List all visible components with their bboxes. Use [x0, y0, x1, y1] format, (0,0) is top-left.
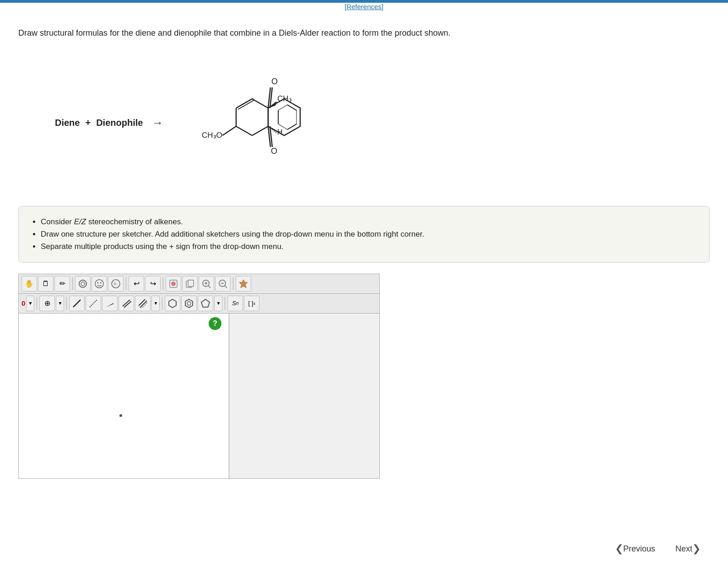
- sketcher-right-canvas[interactable]: [229, 314, 379, 478]
- diene-label: Diene: [55, 118, 80, 128]
- previous-label: Previous: [623, 544, 655, 554]
- svg-marker-52: [169, 299, 176, 308]
- sketcher-wrapper: ✋ 🗒 ✏: [18, 274, 710, 479]
- hexagon-tool[interactable]: [165, 296, 180, 311]
- svg-text:CH₃O: CH₃O: [202, 131, 222, 140]
- svg-marker-14: [268, 102, 276, 108]
- svg-marker-46: [106, 303, 113, 307]
- product-svg: O CH₃ O CH₃O H: [200, 53, 337, 190]
- sketcher-center-dot: [119, 414, 122, 417]
- svg-marker-53: [185, 299, 193, 308]
- toolbar-row2: 0 ▼ ⊕ ▼: [18, 293, 380, 313]
- bond-double-tool[interactable]: [119, 296, 134, 311]
- bond-dropdown[interactable]: ▼: [151, 296, 160, 311]
- instructions-list: Consider E/Z stereochemistry of alkenes.…: [32, 216, 696, 253]
- instructions-box: Consider E/Z stereochemistry of alkenes.…: [18, 206, 710, 263]
- product-structure: O CH₃ O CH₃O H: [200, 53, 337, 192]
- svg-point-27: [95, 280, 103, 288]
- copy-tool[interactable]: [182, 276, 198, 292]
- ring-dropdown[interactable]: ▼: [214, 296, 222, 311]
- chain-tool2[interactable]: ⚛: [108, 276, 124, 292]
- svg-text:O: O: [271, 146, 277, 156]
- pentagon-tool[interactable]: [198, 296, 213, 311]
- bond-dotted-tool[interactable]: [86, 296, 101, 311]
- main-content: Draw structural formulas for the diene a…: [0, 14, 728, 488]
- zoom-in-tool[interactable]: [199, 276, 214, 292]
- next-chevron-icon: ❯: [692, 543, 701, 555]
- bond-triple-tool[interactable]: [135, 296, 151, 311]
- svg-line-5: [252, 99, 268, 108]
- separator-5: [37, 297, 37, 310]
- help-button[interactable]: ?: [209, 317, 221, 330]
- svg-point-28: [97, 282, 99, 283]
- svg-marker-43: [239, 280, 248, 288]
- svg-text:⚛: ⚛: [113, 281, 117, 286]
- navigation-buttons: ❮ Previous Next ❯: [606, 538, 710, 559]
- ring-tool[interactable]: [75, 276, 91, 292]
- svg-line-9: [252, 126, 268, 135]
- svg-text:H: H: [277, 128, 283, 136]
- svg-point-26: [81, 282, 85, 286]
- separator-6: [66, 297, 67, 310]
- hand-tool[interactable]: ✋: [22, 276, 37, 292]
- template-tool[interactable]: [166, 276, 181, 292]
- separator-2: [126, 277, 126, 290]
- reaction-labels: Diene + Dienophile →: [55, 116, 163, 129]
- bond-wedge-tool[interactable]: [102, 296, 118, 311]
- svg-point-54: [187, 302, 191, 305]
- previous-button[interactable]: ❮ Previous: [606, 538, 664, 559]
- sketcher-left-canvas[interactable]: ?: [19, 314, 229, 478]
- separator-7: [162, 297, 162, 310]
- separator-8: [225, 297, 225, 310]
- charge-dropdown[interactable]: ▼: [56, 296, 64, 311]
- instruction-3: Separate multiple products using the + s…: [41, 240, 696, 253]
- separator-1: [72, 277, 73, 290]
- separator-3: [163, 277, 163, 290]
- atom-dropdown[interactable]: ▼: [26, 296, 34, 311]
- sketcher-canvas-area: ?: [18, 313, 380, 479]
- question-text: Draw structural formulas for the diene a…: [18, 27, 567, 39]
- svg-point-29: [100, 282, 102, 283]
- svg-text:O: O: [271, 77, 278, 86]
- svg-line-24: [238, 100, 254, 109]
- svg-line-39: [208, 286, 210, 288]
- references-link[interactable]: [References]: [345, 3, 383, 11]
- hexagon2-tool[interactable]: [181, 296, 197, 311]
- eraser-tool[interactable]: ✏: [54, 276, 70, 292]
- svg-line-8: [236, 126, 252, 135]
- next-label: Next: [675, 544, 692, 554]
- bracket-tool[interactable]: [ ]±: [244, 296, 259, 311]
- charge-plus-tool[interactable]: ⊕: [39, 296, 55, 311]
- svg-text:CH₃: CH₃: [277, 94, 292, 103]
- bond-single-tool[interactable]: [69, 296, 85, 311]
- svg-line-42: [225, 286, 227, 288]
- undo-tool[interactable]: ↩: [129, 276, 144, 292]
- chain-tool[interactable]: [92, 276, 107, 292]
- next-button[interactable]: Next ❯: [666, 538, 710, 559]
- separator-4: [233, 277, 233, 290]
- svg-point-25: [79, 280, 86, 287]
- instruction-1: Consider E/Z stereochemistry of alkenes.: [41, 216, 696, 228]
- svg-marker-55: [201, 299, 210, 307]
- plus-symbol: +: [85, 118, 91, 128]
- svg-line-23: [237, 98, 253, 108]
- prev-chevron-icon: ❮: [615, 543, 623, 555]
- atom-number-display: 0: [22, 299, 25, 307]
- reaction-area: Diene + Dienophile →: [18, 53, 710, 192]
- svg-line-45: [90, 300, 97, 307]
- svg-point-33: [171, 281, 176, 286]
- redo-tool[interactable]: ↪: [145, 276, 161, 292]
- ez-label: E/Z: [74, 217, 86, 226]
- clean-tool[interactable]: [236, 276, 251, 292]
- svg-line-19: [222, 126, 236, 135]
- reaction-arrow: →: [152, 116, 163, 129]
- sn-tool[interactable]: Sn: [227, 296, 243, 311]
- svg-line-49: [139, 299, 145, 306]
- dienophile-label: Dienophile: [96, 118, 143, 128]
- clear-tool[interactable]: 🗒: [38, 276, 54, 292]
- toolbar-row1: ✋ 🗒 ✏: [18, 274, 380, 293]
- zoom-out-tool[interactable]: [215, 276, 231, 292]
- references-section: [References]: [0, 3, 728, 11]
- svg-rect-35: [188, 280, 194, 286]
- svg-line-44: [73, 300, 81, 307]
